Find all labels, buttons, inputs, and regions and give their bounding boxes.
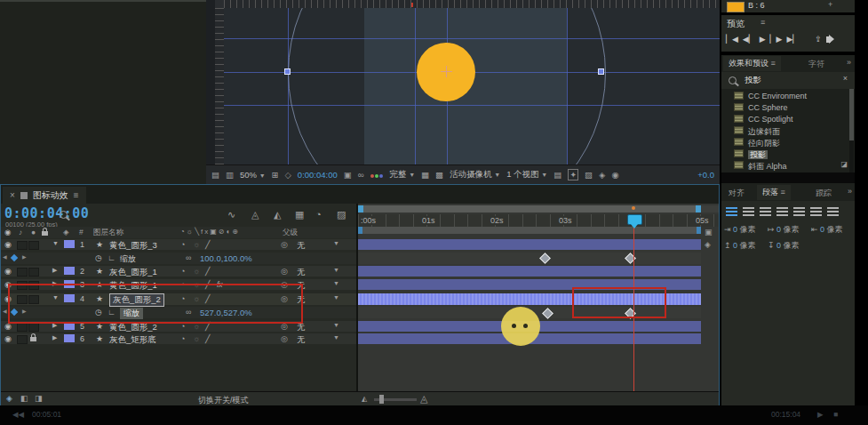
scale-property-row-1[interactable]: ◀▶ ◷∟ 缩放 ∞ 100.0,100.0% <box>1 253 356 264</box>
expand-inout-columns-icon[interactable]: ◨ <box>35 394 43 403</box>
parent-value[interactable]: 无 <box>297 267 305 278</box>
justify-last-right-button[interactable] <box>810 207 822 217</box>
more-tabs-icon[interactable]: » <box>848 187 852 196</box>
player-fullscreen-icon[interactable]: ■ <box>833 410 838 419</box>
space-after-field[interactable]: ↧ 0 像素 <box>768 240 800 252</box>
tab-character[interactable]: 字符 <box>808 59 824 70</box>
show-channels-icon[interactable] <box>370 170 384 180</box>
goggles-icon[interactable]: ▤ <box>553 170 561 180</box>
snapshot-icon[interactable]: ▣ <box>344 170 352 180</box>
scrollbar-thumb[interactable] <box>849 89 854 140</box>
effects-search-input[interactable]: 投影 <box>745 75 761 86</box>
eye-icon[interactable]: ◉ <box>4 334 12 343</box>
shuttle-icon[interactable]: ⇪ <box>815 35 822 44</box>
timeline-tab[interactable]: × 图标动效 ≡ <box>3 187 86 204</box>
parent-pickwhip-icon[interactable]: ◎ <box>281 267 288 276</box>
timeline-zoom-handle[interactable] <box>379 395 384 404</box>
fast-previews-icon[interactable]: ▦ <box>421 170 429 180</box>
shape-handle-left[interactable] <box>284 68 291 75</box>
parent-column-header[interactable]: 父级 <box>283 228 298 238</box>
layer-bar-2[interactable] <box>358 266 701 277</box>
close-icon[interactable]: × <box>10 190 15 200</box>
region-of-interest-icon[interactable]: ◇ <box>285 170 291 180</box>
audio-mute-icon[interactable] <box>826 36 831 43</box>
player-volume-icon[interactable]: ▶ <box>817 410 824 419</box>
layer-row-2[interactable]: ◉ ▶ 2★ 灰色_圆形_1 ◔☼╱ ◎无▼ <box>1 266 356 277</box>
show-snapshot-icon[interactable]: ∞ <box>358 170 364 180</box>
effect-item[interactable]: 径向阴影 <box>721 136 855 148</box>
indent-left-field[interactable]: ⇥ 0 像素 <box>724 224 756 236</box>
justify-last-center-button[interactable] <box>793 207 805 217</box>
eye-icon[interactable]: ◉ <box>4 240 12 249</box>
shape-handle-right[interactable] <box>598 68 604 75</box>
expand-transfer-controls-icon[interactable]: ◧ <box>20 394 28 403</box>
layer-name[interactable]: 灰色_矩形底 <box>109 334 156 346</box>
previous-keyframe-icon[interactable]: ◀ <box>3 308 7 314</box>
effects-switch[interactable]: ☼ <box>193 267 200 276</box>
tab-paragraph[interactable]: 段落 ≡ <box>757 185 791 200</box>
effects-switch[interactable]: ☼ <box>193 240 200 249</box>
label-swatch[interactable] <box>64 240 75 248</box>
layer-search-icon[interactable] <box>60 211 68 219</box>
magnification-dropdown[interactable]: 50% ▼ <box>240 170 266 180</box>
first-line-indent-field[interactable]: ↦ 0 像素 <box>768 224 800 236</box>
work-area-bar[interactable] <box>358 227 701 234</box>
space-before-field[interactable]: ↥ 0 像素 <box>724 240 756 252</box>
effects-switch[interactable]: ☼ <box>193 334 200 343</box>
horizontal-ruler[interactable] <box>224 0 720 8</box>
parent-dropdown-icon[interactable]: ▼ <box>333 322 339 328</box>
work-area-end-handle[interactable] <box>697 227 701 234</box>
comp-marker-bin-icon[interactable]: ▣ <box>705 228 713 237</box>
quality-switch[interactable]: ◔ <box>180 267 185 276</box>
label-swatch[interactable] <box>64 267 75 275</box>
layer-name-column-header[interactable]: 图层名称 <box>93 228 123 238</box>
ground-plane-icon[interactable]: ▨ <box>585 170 593 180</box>
layer-bar-1[interactable] <box>358 239 701 250</box>
previous-frame-button[interactable]: ◀▏ <box>743 35 755 44</box>
active-camera-dropdown[interactable]: 活动摄像机 ▼ <box>450 169 500 180</box>
navigator-start-handle[interactable] <box>358 205 363 212</box>
effect-item[interactable]: 边缘斜面 <box>721 124 855 136</box>
next-keyframe-icon[interactable]: ▶ <box>22 253 27 260</box>
tab-tracker[interactable]: 跟踪 <box>816 188 832 199</box>
always-preview-icon[interactable]: ▤ <box>211 170 219 180</box>
effect-item-selected[interactable]: 投影 <box>721 148 855 159</box>
rewind-icon[interactable]: ◀◀ <box>12 410 24 419</box>
primary-viewer-icon[interactable]: ▥ <box>226 170 234 180</box>
info-plus-icon[interactable]: + <box>828 0 832 9</box>
mini-flowchart-icon[interactable]: ∿ <box>227 209 235 221</box>
view-layout-dropdown[interactable]: 1 个视图 ▼ <box>506 169 547 180</box>
preview-menu-icon[interactable]: ≡ <box>760 18 765 27</box>
stopwatch-icon[interactable]: ◷ <box>95 253 102 262</box>
parent-dropdown-icon[interactable]: ▼ <box>333 294 339 301</box>
tab-effects-presets[interactable]: 效果和预设 ≡ <box>723 56 781 71</box>
graph-editor-icon[interactable]: ▨ <box>337 209 346 221</box>
play-button[interactable]: ▶ <box>760 35 766 44</box>
clear-search-icon[interactable]: × <box>843 74 848 83</box>
effect-item[interactable]: CC Spotlight <box>721 113 855 124</box>
exposure-value[interactable]: +0.0 <box>697 170 714 180</box>
parent-pickwhip-icon[interactable]: ◎ <box>281 334 288 343</box>
layer-row-1[interactable]: ◉ ▼ 1★ 黄色_圆形_3 ◔☼╱ ◎无▼ <box>1 239 356 250</box>
panel-menu-icon[interactable]: ≡ <box>74 190 79 200</box>
first-frame-button[interactable]: ▏◀ <box>726 35 738 44</box>
current-time-field[interactable]: 0:00:04:00 <box>4 205 89 221</box>
comp-button-icon[interactable]: ◈ <box>705 240 711 249</box>
expand-icon[interactable]: ▶ <box>52 267 57 274</box>
draft-3d-icon[interactable]: ◬ <box>251 209 259 221</box>
composition-canvas[interactable] <box>224 8 720 164</box>
parent-value[interactable]: 无 <box>297 334 305 346</box>
anchor-point-icon[interactable] <box>446 66 447 77</box>
expand-icon[interactable]: ▼ <box>52 240 59 246</box>
next-frame-button[interactable]: ▏▶ <box>770 35 783 44</box>
layer-name[interactable]: 黄色_圆形_3 <box>109 240 157 252</box>
previous-keyframe-icon[interactable]: ◀ <box>3 253 7 260</box>
work-area-start-handle[interactable] <box>358 227 362 234</box>
eye-icon[interactable]: ◉ <box>4 267 12 276</box>
effect-item[interactable]: CC Environment <box>721 90 855 101</box>
effect-item[interactable]: 斜面 Alpha <box>721 159 855 171</box>
label-swatch[interactable] <box>64 334 75 342</box>
choose-grid-icon[interactable]: ⊞ <box>272 170 279 180</box>
layer-row-6[interactable]: ◉ ▶ 6★ 灰色_矩形底 ◔☼╱ ◎无▼ <box>1 333 356 344</box>
parent-value[interactable]: 无 <box>297 240 305 252</box>
